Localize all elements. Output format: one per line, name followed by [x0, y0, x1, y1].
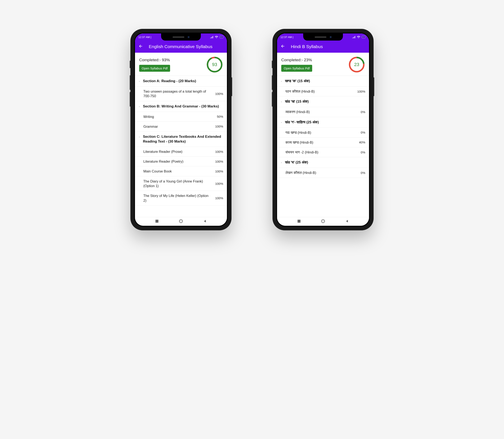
topic-row[interactable]: संचयन भाग -2 (Hindi-B) 0% — [277, 147, 369, 157]
section-title: Section C: Literature Textbooks And Exte… — [143, 134, 223, 144]
signal-icon — [352, 36, 356, 38]
completed-label: Completed:- 93% — [139, 58, 170, 62]
content-scroll[interactable]: Completed:- 93% Open Syllabus Pdf 93 Sec… — [135, 53, 227, 217]
chevron-up-icon — [280, 100, 283, 104]
nav-bar — [135, 217, 227, 226]
topic-name: लेखन कौशल (Hindi-B) — [286, 170, 357, 175]
topic-percent: 0% — [361, 150, 365, 154]
topic-row[interactable]: The Diary of a Young Girl (Anne Frank) (… — [135, 176, 227, 191]
section-title: खंड 'ग'- साहित्य (25 अंक) — [285, 120, 365, 125]
section-header[interactable]: खण्ड 'क' (15 अंक) — [277, 76, 369, 86]
topic-percent: 0% — [361, 110, 365, 114]
nav-home-icon[interactable] — [179, 219, 183, 224]
app-bar: English Communicative Syllabus — [135, 41, 227, 53]
page-title: Hindi B Syllabus — [291, 44, 323, 49]
nav-back-icon[interactable] — [203, 220, 207, 224]
topic-name: Literature Reader (Prose) — [143, 149, 212, 154]
nav-recents-icon[interactable] — [297, 220, 301, 224]
topic-row[interactable]: Main Course Book 100% — [135, 166, 227, 176]
completed-label: Completed:- 23% — [281, 58, 312, 62]
topic-name: Two unseen passages of a total length of… — [143, 89, 212, 98]
section-title: Section A: Reading - (20 Marks) — [143, 79, 223, 84]
status-icons: 57 — [352, 36, 366, 38]
content-scroll[interactable]: Completed:- 23% Open Syllabus Pdf 23 खण्… — [277, 53, 369, 217]
topic-name: काव्य खण्ड (Hindi-B) — [286, 140, 356, 145]
summary-card: Completed:- 23% Open Syllabus Pdf 23 — [277, 53, 369, 76]
open-syllabus-pdf-button[interactable]: Open Syllabus Pdf — [139, 65, 170, 72]
chevron-up-icon — [138, 135, 141, 139]
phone-mockup: 12:37 AM | ‎ 57 Hindi B Syllabus Complet… — [273, 29, 373, 230]
topic-name: पठन कौशल (Hindi-B) — [286, 89, 354, 94]
topic-name: Main Course Book — [143, 169, 212, 173]
topic-percent: 0% — [361, 131, 365, 134]
phone-side-button — [130, 61, 131, 68]
svg-point-3 — [179, 220, 183, 223]
nav-bar — [277, 217, 369, 226]
chevron-up-icon — [138, 105, 141, 109]
topic-row[interactable]: व्याकरण (Hindi-B) 0% — [277, 107, 369, 117]
section-header[interactable]: खंड 'घ' (25 अंक) — [277, 157, 369, 168]
battery-icon: 57 — [361, 36, 366, 38]
back-arrow-icon[interactable] — [280, 44, 285, 49]
signal-icon — [210, 36, 214, 38]
phone-side-button — [130, 75, 131, 90]
nav-home-icon[interactable] — [321, 219, 325, 224]
topic-row[interactable]: Grammar 100% — [135, 122, 227, 132]
section-header[interactable]: Section C: Literature Textbooks And Exte… — [135, 132, 227, 147]
wifi-icon — [215, 36, 218, 38]
topic-percent: 100% — [215, 150, 223, 153]
topic-name: संचयन भाग -2 (Hindi-B) — [286, 150, 357, 155]
phone-frame: 12:37 AM | ‎ 57 Hindi B Syllabus Complet… — [276, 33, 370, 227]
topic-row[interactable]: पठन कौशल (Hindi-B) 100% — [277, 86, 369, 96]
topic-percent: 100% — [215, 125, 223, 128]
phone-frame: 12:37 AM | ‎ 57 English Communicative Sy… — [134, 33, 228, 227]
open-syllabus-pdf-button[interactable]: Open Syllabus Pdf — [281, 65, 312, 72]
topic-name: Grammar — [143, 124, 212, 129]
back-arrow-icon[interactable] — [138, 44, 143, 49]
topic-row[interactable]: Two unseen passages of a total length of… — [135, 86, 227, 101]
phone-side-button — [231, 77, 232, 96]
topic-percent: 100% — [215, 170, 223, 173]
topic-name: गद्य खण्ड (Hindi-B) — [286, 130, 357, 135]
section-header[interactable]: Section A: Reading - (20 Marks) — [135, 76, 227, 86]
topic-percent: 50% — [217, 115, 223, 118]
topic-name: The Diary of a Young Girl (Anne Frank) (… — [143, 179, 212, 188]
progress-value: 93 — [206, 56, 223, 73]
status-time: 12:37 AM | ‎ — [138, 36, 152, 39]
topic-row[interactable]: Literature Reader (Prose) 100% — [135, 147, 227, 157]
topic-row[interactable]: काव्य खण्ड (Hindi-B) 40% — [277, 137, 369, 147]
nav-recents-icon[interactable] — [155, 220, 159, 224]
progress-ring: 23 — [348, 56, 365, 73]
topic-name: व्याकरण (Hindi-B) — [286, 110, 357, 114]
app-bar: Hindi B Syllabus — [277, 41, 369, 53]
topic-row[interactable]: Literature Reader (Poetry) 100% — [135, 157, 227, 166]
svg-rect-2 — [156, 220, 158, 223]
topic-row[interactable]: The Story of My Life (Helen Keller) (Opt… — [135, 191, 227, 206]
section-title: खंड 'घ' (25 अंक) — [285, 160, 365, 165]
phone-notch — [161, 34, 201, 41]
progress-value: 23 — [348, 56, 365, 73]
topic-row[interactable]: लेखन कौशल (Hindi-B) 0% — [277, 168, 369, 178]
nav-back-icon[interactable] — [345, 220, 349, 224]
topic-row[interactable]: गद्य खण्ड (Hindi-B) 0% — [277, 128, 369, 137]
topic-percent: 100% — [215, 196, 223, 200]
svg-rect-7 — [298, 220, 300, 223]
phone-side-button — [272, 75, 273, 90]
phone-side-button — [272, 92, 273, 107]
summary-card: Completed:- 93% Open Syllabus Pdf 93 — [135, 53, 227, 76]
wifi-icon — [357, 36, 360, 38]
phone-screen: 12:37 AM | ‎ 57 Hindi B Syllabus Complet… — [277, 34, 369, 226]
chevron-up-icon — [280, 80, 283, 84]
phone-mockup: 12:37 AM | ‎ 57 English Communicative Sy… — [131, 29, 231, 230]
topic-percent: 100% — [215, 92, 223, 96]
section-title: खंड 'ख' (15 अंक) — [285, 99, 365, 104]
phone-screen: 12:37 AM | ‎ 57 English Communicative Sy… — [135, 34, 227, 226]
section-header[interactable]: खंड 'ग'- साहित्य (25 अंक) — [277, 117, 369, 128]
section-header[interactable]: खंड 'ख' (15 अंक) — [277, 96, 369, 107]
svg-point-8 — [321, 220, 325, 223]
battery-icon: 57 — [219, 36, 224, 38]
chevron-up-icon — [138, 80, 141, 84]
section-header[interactable]: Section B: Writing And Grammar - (30 Mar… — [135, 101, 227, 112]
topic-percent: 40% — [359, 140, 365, 144]
topic-row[interactable]: Writing 50% — [135, 112, 227, 122]
